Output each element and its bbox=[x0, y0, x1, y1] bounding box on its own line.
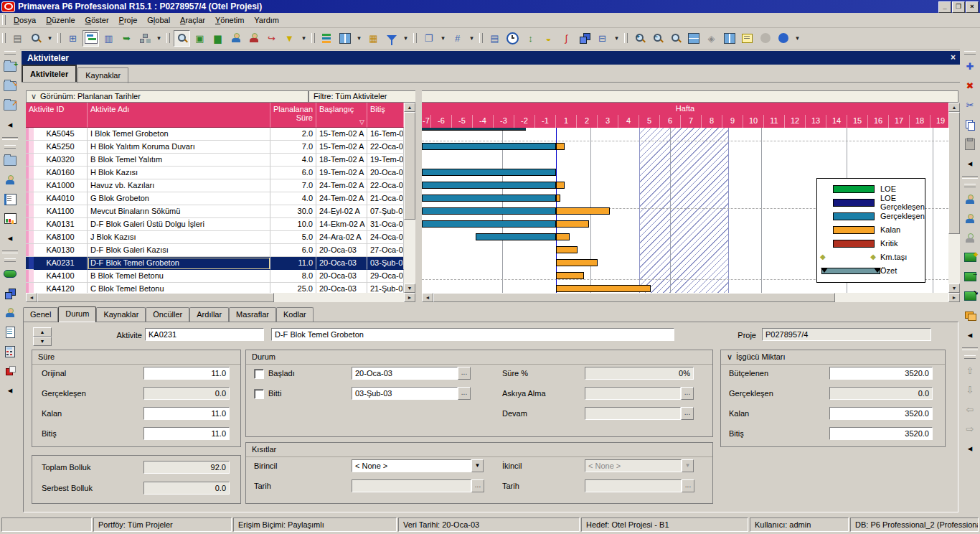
askiya-browse-button[interactable]: ... bbox=[681, 387, 694, 400]
add-icon[interactable]: ✚ bbox=[962, 58, 979, 75]
gantt-bar-gerceklesen[interactable] bbox=[422, 182, 556, 189]
namecell[interactable]: B Blok Temel Yalıtım bbox=[88, 154, 270, 167]
move-right-icon[interactable]: ⇨ bbox=[962, 421, 979, 437]
dur-cell[interactable]: 25.0 bbox=[270, 283, 316, 293]
columns-icon[interactable] bbox=[336, 30, 353, 47]
menu-yardım[interactable]: Yardım bbox=[249, 14, 284, 26]
prev-activity-button[interactable]: ▲ bbox=[33, 327, 52, 337]
column-header-4[interactable]: Başlangıç▽ bbox=[316, 103, 367, 128]
dur-cell[interactable]: 5.0 bbox=[270, 231, 316, 244]
table-format-icon[interactable]: ▦ bbox=[365, 30, 382, 47]
basladi-date-field[interactable]: 20-Oca-03 bbox=[352, 367, 458, 380]
menu-araçlar[interactable]: Araçlar bbox=[175, 14, 210, 26]
dur-cell[interactable]: 6.0 bbox=[270, 244, 316, 257]
dur-cell[interactable]: 6.0 bbox=[270, 167, 316, 179]
gantt-vscroll-thumb[interactable] bbox=[948, 112, 960, 234]
finish-cell[interactable]: 24-Oca-03 bbox=[367, 231, 404, 244]
namecell[interactable]: Havuz vb. Kazıları bbox=[88, 179, 270, 192]
trace-logic-icon[interactable]: ➥ bbox=[118, 30, 135, 47]
assign-role-icon[interactable]: ◆ bbox=[962, 249, 979, 266]
scroll-up-icon[interactable]: ▲ bbox=[404, 103, 415, 112]
finish-cell[interactable]: 21-Şub-03 bbox=[367, 283, 404, 293]
assign-successor-icon[interactable]: ↘ bbox=[962, 288, 979, 304]
start-cell[interactable]: 20-Oca-03 bbox=[316, 270, 367, 283]
orijinal-field[interactable]: 11.0 bbox=[143, 367, 230, 380]
activity-network-icon[interactable]: ▥ bbox=[100, 30, 117, 47]
finish-cell[interactable]: 22-Oca-03 bbox=[367, 179, 404, 192]
dur-cell[interactable]: 30.0 bbox=[270, 205, 316, 218]
level-resources-icon[interactable]: ↕ bbox=[522, 30, 539, 47]
collapse-group-icon[interactable]: ◂ bbox=[962, 440, 979, 456]
update-progress-icon[interactable] bbox=[576, 30, 593, 47]
gantt-bar-gerceklesen[interactable] bbox=[422, 169, 556, 176]
birincil-dropdown[interactable]: < None > bbox=[352, 459, 471, 472]
namecell[interactable]: G Blok Grobeton bbox=[88, 192, 270, 205]
assign-predecessor-icon[interactable]: → bbox=[962, 268, 979, 285]
finish-cell[interactable]: 19-Tem-02 bbox=[367, 154, 404, 167]
id-cell[interactable]: KA0131 bbox=[34, 218, 88, 231]
move-left-icon[interactable]: ⇦ bbox=[962, 401, 979, 418]
cut-icon[interactable]: ✂ bbox=[962, 97, 979, 113]
gantt-timescale-weeks[interactable]: -7-6-5-4-3-2-112345678910111213141516171… bbox=[422, 115, 948, 128]
start-cell[interactable]: 24-Tem-02 A bbox=[316, 179, 367, 192]
isgucu-kalan-field[interactable]: 3520.0 bbox=[829, 407, 933, 420]
dur-cell[interactable]: 4.0 bbox=[270, 192, 316, 205]
layouts-icon[interactable]: ❐ bbox=[420, 30, 437, 47]
tarih1-browse-button[interactable]: ... bbox=[471, 479, 484, 492]
start-cell[interactable]: 24-Eyl-02 A bbox=[316, 205, 367, 218]
split-vertical-icon[interactable] bbox=[721, 30, 738, 47]
activity-table-icon[interactable]: ⊞ bbox=[65, 30, 81, 47]
butcelenen-field[interactable]: 3520.0 bbox=[829, 367, 933, 380]
collapse-group-icon[interactable]: ◂ bbox=[2, 382, 19, 398]
table-row-KA0320[interactable]: KA0320B Blok Temel Yalıtım4.018-Tem-02 A… bbox=[26, 154, 404, 167]
activity-details-window-icon[interactable]: ▣ bbox=[192, 30, 208, 47]
table-row-KA0130[interactable]: KA0130D-F Blok Galeri Kazısı6.020-Oca-03… bbox=[26, 244, 404, 257]
id-cell[interactable]: KA8100 bbox=[34, 231, 88, 244]
dur-cell[interactable]: 8.0 bbox=[270, 270, 316, 283]
activity-id-field[interactable]: KA0231 bbox=[145, 328, 264, 341]
delete-icon[interactable]: ✖ bbox=[962, 78, 979, 94]
tab-kaynaklar[interactable]: Kaynaklar bbox=[77, 67, 128, 83]
activity-table-header[interactable]: Aktivite IDAktivite AdıPlanalananSüreBaş… bbox=[26, 103, 404, 128]
column-header-5[interactable]: Bitiş bbox=[367, 103, 404, 128]
scroll-down-icon[interactable]: ▼ bbox=[948, 284, 960, 293]
online-help-icon[interactable] bbox=[775, 30, 791, 47]
bitti-checkbox[interactable] bbox=[254, 389, 264, 399]
remove-resource-icon[interactable] bbox=[962, 230, 979, 246]
filter-option-bar[interactable]: Filtre: Tüm Aktiviteler bbox=[308, 90, 958, 103]
dur-cell[interactable]: 4.0 bbox=[270, 154, 316, 167]
birincil-dropdown-arrow-icon[interactable]: ▼ bbox=[471, 459, 484, 472]
devam-browse-button[interactable]: ... bbox=[681, 407, 694, 420]
gantt-hscrollbar[interactable]: ◄ ► bbox=[422, 293, 960, 302]
tracking-view-icon[interactable] bbox=[2, 210, 19, 227]
minimize-button[interactable]: _ bbox=[938, 1, 951, 13]
finish-cell[interactable]: 29-Oca-03 bbox=[367, 270, 404, 283]
reorganize-now-icon[interactable]: ↪ bbox=[263, 30, 280, 47]
collapse-group-icon[interactable]: ◂ bbox=[2, 116, 19, 133]
details-tab-öncüller[interactable]: Öncüller bbox=[146, 307, 189, 322]
details-tab-genel[interactable]: Genel bbox=[23, 307, 58, 322]
help-dropdown-arrow-icon[interactable]: ▾ bbox=[793, 30, 802, 47]
expand-all-icon[interactable]: ◈ bbox=[703, 30, 720, 47]
start-cell[interactable]: 20-Oca-03 bbox=[316, 257, 367, 270]
table-row-KA4100[interactable]: KA4100B Blok Temel Betonu8.020-Oca-0329-… bbox=[26, 270, 404, 283]
id-cell[interactable]: KA1000 bbox=[34, 179, 88, 192]
wps-docs-view-icon[interactable] bbox=[2, 324, 19, 340]
dur-cell[interactable]: 7.0 bbox=[270, 179, 316, 192]
finish-cell[interactable]: 03-Şub-03 bbox=[367, 257, 404, 270]
details-form-icon[interactable]: ▤ bbox=[486, 30, 503, 47]
activity-name-field[interactable]: D-F Blok Temel Grobeton bbox=[271, 328, 674, 341]
finish-cell[interactable]: 07-Şub-03 bbox=[367, 205, 404, 218]
close-button[interactable]: × bbox=[966, 1, 979, 13]
copy-icon[interactable] bbox=[962, 116, 979, 133]
view-option-bar[interactable]: ∨Görünüm: Planlanan Tarihler bbox=[26, 90, 308, 103]
resource-usage-icon[interactable] bbox=[245, 30, 262, 47]
bitti-date-field[interactable]: 03-Şub-03 bbox=[352, 387, 458, 400]
collapse-group-icon[interactable]: ◂ bbox=[962, 327, 979, 343]
menu-dosya[interactable]: Dosya bbox=[9, 14, 41, 26]
layouts-dropdown-arrow-icon[interactable]: ▾ bbox=[438, 30, 448, 47]
schedule-icon[interactable] bbox=[504, 30, 521, 47]
projects-view-icon[interactable] bbox=[2, 152, 19, 169]
table-row-KA1100[interactable]: KA1100Mevcut Binaların Sökümü30.024-Eyl-… bbox=[26, 205, 404, 218]
collapse-all-icon[interactable]: ⊟ bbox=[594, 30, 611, 47]
